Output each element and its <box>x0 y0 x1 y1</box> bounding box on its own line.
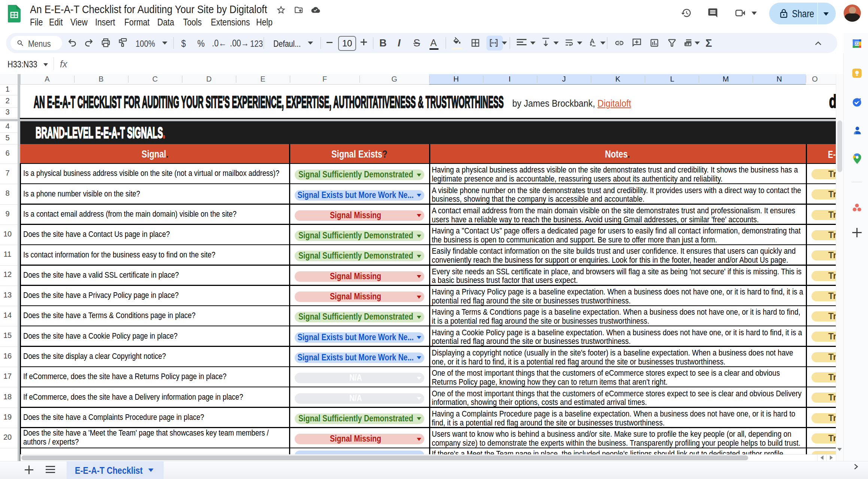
svg-text:31: 31 <box>855 42 859 46</box>
